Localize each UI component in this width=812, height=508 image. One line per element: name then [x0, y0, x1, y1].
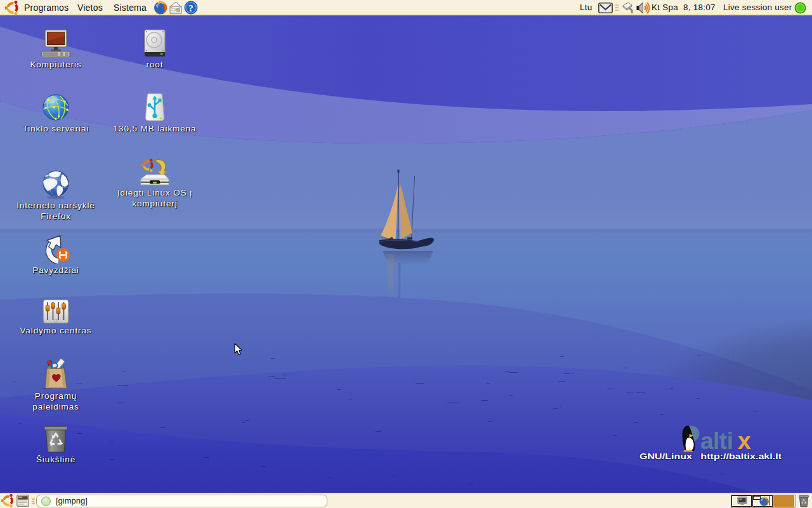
svg-text:GNU/Linux http://baltix.akl.: GNU/Linux http://baltix.akl.lt: [639, 451, 782, 461]
svg-text:x: x: [738, 428, 751, 454]
svg-text:alti: alti: [700, 428, 733, 454]
svg-text:?: ?: [188, 3, 193, 13]
